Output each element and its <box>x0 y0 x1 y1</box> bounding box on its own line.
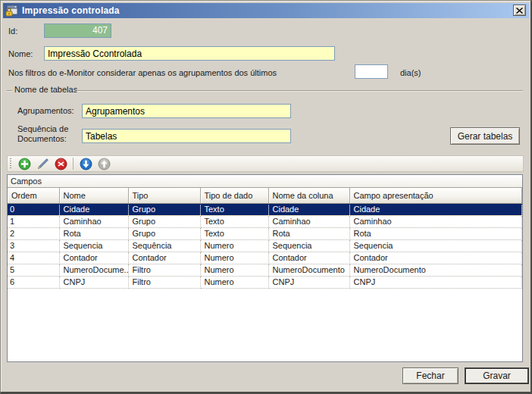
grid-cell: Contador <box>349 252 522 264</box>
close-button[interactable] <box>513 5 526 16</box>
grid-row[interactable]: 0CidadeGrupoTextoCidadeCidade <box>8 203 522 215</box>
grid-cell: Texto <box>200 215 268 227</box>
nome-input[interactable] <box>44 46 335 61</box>
grid-cell: Rota <box>59 227 128 239</box>
grid-toolbar <box>7 155 524 172</box>
grid-row[interactable]: 2RotaGrupoTextoRotaRota <box>8 227 522 239</box>
grid-row[interactable]: 5NumeroDocume...FiltroNumeroNumeroDocume… <box>8 264 522 276</box>
grid-cell: Sequencia <box>349 239 522 252</box>
grid-cell: 4 <box>8 252 59 264</box>
sequencia-label: Sequência de Documentos: <box>17 124 68 144</box>
grid-row[interactable]: 1CaminhaoGrupoTextoCaminhaoCaminhao <box>8 215 522 227</box>
grid-cell: Caminhao <box>349 215 522 227</box>
grid-cell: Caminhao <box>268 215 349 227</box>
grid-cell: Caminhao <box>59 215 128 227</box>
grid-cell: Filtro <box>128 264 200 276</box>
edit-button[interactable] <box>34 156 51 171</box>
filter-days-input[interactable] <box>355 64 388 79</box>
grid-cell: 1 <box>8 215 59 227</box>
fechar-button[interactable]: Fechar <box>402 367 458 384</box>
grid-cell: Contador <box>59 252 128 264</box>
move-up-button[interactable] <box>95 156 112 171</box>
agrupamentos-input[interactable] <box>82 104 291 118</box>
grid-cell: Rota <box>349 227 522 239</box>
grid-cell: 5 <box>8 264 59 276</box>
title-bar[interactable]: Impressão controlada <box>3 3 529 18</box>
grid-cell: CNPJ <box>268 276 349 288</box>
form-lock-icon <box>5 5 18 17</box>
grid-cell: CNPJ <box>349 276 522 288</box>
grid-cell: CNPJ <box>59 276 128 288</box>
grid-column-header[interactable]: Nome <box>59 188 128 203</box>
grid-cell: Sequencia <box>59 239 128 252</box>
move-down-icon <box>80 158 92 170</box>
grid-cell: Cidade <box>268 203 349 215</box>
grid-caption: Campos <box>8 175 522 188</box>
filter-sentence: Nos filtros do e-Monitor considerar apen… <box>8 68 277 77</box>
close-icon <box>516 8 523 14</box>
grid-column-header[interactable]: Tipo <box>128 188 200 203</box>
move-down-button[interactable] <box>77 156 94 171</box>
grid-cell: 6 <box>8 276 59 288</box>
grid-body: 0CidadeGrupoTextoCidadeCidade1CaminhaoGr… <box>8 203 522 288</box>
edit-icon <box>36 158 49 170</box>
add-icon <box>18 158 31 170</box>
grid-cell: 2 <box>8 227 59 239</box>
fields-grid: OrdemNomeTipoTipo de dadoNome da colunaC… <box>8 188 522 289</box>
grid-cell: Contador <box>268 252 349 264</box>
grid-cell: NumeroDocume... <box>59 264 128 276</box>
grid-column-header[interactable]: Nome da coluna <box>268 188 349 203</box>
toolbar-grip[interactable] <box>9 158 12 169</box>
groupbox-line-left <box>7 90 12 91</box>
groupbox-line-right <box>77 90 523 91</box>
grid-row[interactable]: 4ContadorContadorNumeroContadorContador <box>8 252 522 264</box>
grid-header-row: OrdemNomeTipoTipo de dadoNome da colunaC… <box>8 188 522 203</box>
grid-cell: Cidade <box>349 203 522 215</box>
grid-row[interactable]: 6CNPJFiltroNumeroCNPJCNPJ <box>8 276 522 288</box>
gerar-tabelas-button[interactable]: Gerar tabelas <box>450 127 520 145</box>
dialog-window: Impressão controlada Id: 407 Nome: Nos f… <box>0 0 532 394</box>
grid-row[interactable]: 3SequenciaSequênciaNumeroSequenciaSequen… <box>8 239 522 252</box>
grid-cell: Numero <box>200 252 268 264</box>
grid-cell: Grupo <box>128 203 200 215</box>
sequencia-input[interactable] <box>82 129 291 143</box>
grid-cell: Sequencia <box>268 239 349 252</box>
gravar-button[interactable]: Gravar <box>465 367 529 384</box>
grid-cell: Texto <box>200 227 268 239</box>
id-label: Id: <box>8 27 17 36</box>
grid-cell: Numero <box>200 239 268 252</box>
window-title: Impressão controlada <box>22 5 120 16</box>
grid-cell: 3 <box>8 239 59 252</box>
delete-button[interactable] <box>52 156 69 171</box>
delete-icon <box>55 158 67 170</box>
id-field: 407 <box>44 23 111 38</box>
grid-cell: Cidade <box>59 203 128 215</box>
grid-column-header[interactable]: Campo apresentação <box>349 188 522 203</box>
nome-label: Nome: <box>8 49 33 58</box>
grid-column-header[interactable]: Ordem <box>8 188 59 203</box>
grid-cell: NumeroDocumento <box>349 264 522 276</box>
grid-cell: Sequência <box>128 239 200 252</box>
filter-unit-label: dia(s) <box>400 68 421 77</box>
grid-cell: Rota <box>268 227 349 239</box>
grid-cell: Grupo <box>128 227 200 239</box>
grid-cell: 0 <box>8 203 59 215</box>
grid-cell: Filtro <box>128 276 200 288</box>
add-button[interactable] <box>16 156 33 171</box>
grid-cell: Numero <box>200 264 268 276</box>
grid-cell: NumeroDocumento <box>268 264 349 276</box>
grid-column-header[interactable]: Tipo de dado <box>200 188 268 203</box>
grid-cell: Contador <box>128 252 200 264</box>
groupbox-title: Nome de tabelas <box>14 85 77 94</box>
fields-grid-panel: Campos OrdemNomeTipoTipo de dadoNome da … <box>7 174 523 362</box>
grid-cell: Texto <box>200 203 268 215</box>
grid-cell: Numero <box>200 276 268 288</box>
toolbar-separator <box>73 158 74 170</box>
grid-cell: Grupo <box>128 215 200 227</box>
move-up-icon <box>98 158 111 170</box>
agrupamentos-label: Agrupamentos: <box>17 106 74 115</box>
